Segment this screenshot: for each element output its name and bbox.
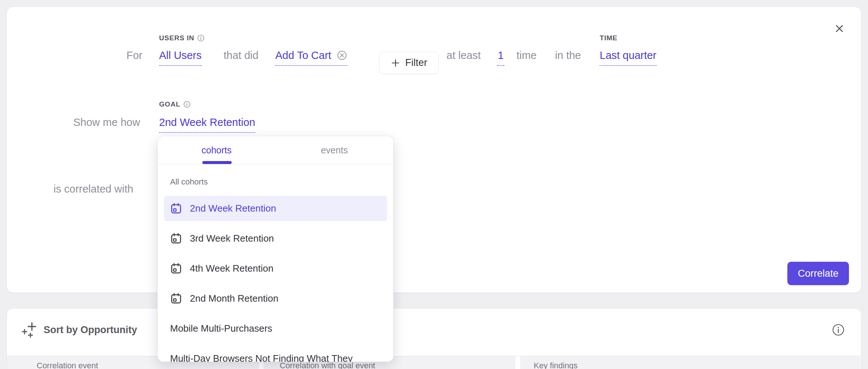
list-item-label: 4th Week Retention xyxy=(190,263,273,274)
calendar-icon xyxy=(170,232,182,245)
info-icon[interactable] xyxy=(183,101,191,108)
users-in-label-text: USERS IN xyxy=(159,34,194,42)
column-header-key-findings[interactable]: Key findings xyxy=(534,361,578,369)
list-item-2nd-month-retention[interactable]: 2nd Month Retention xyxy=(164,286,387,311)
sparkle-plus-icon xyxy=(21,321,38,338)
correlate-button[interactable]: Correlate xyxy=(787,262,849,285)
tab-cohorts[interactable]: cohorts xyxy=(158,136,276,164)
that-did-text: that did xyxy=(224,49,258,62)
list-item-3rd-week-retention[interactable]: 3rd Week Retention xyxy=(164,226,387,251)
list-item-multi-day-browsers[interactable]: Multi-Day Browsers Not Finding What They xyxy=(164,346,387,362)
users-in-label: USERS IN xyxy=(159,34,205,42)
sort-by-opportunity-label: Sort by Opportunity xyxy=(44,324,137,336)
popover-tabs: cohorts events xyxy=(158,136,393,164)
list-item-4th-week-retention[interactable]: 4th Week Retention xyxy=(164,256,387,281)
goal-selector[interactable]: 2nd Week Retention xyxy=(159,116,255,133)
add-filter-button[interactable]: Filter xyxy=(379,52,439,74)
goal-label: GOAL xyxy=(159,100,191,108)
list-item-label: 2nd Week Retention xyxy=(190,203,276,214)
list-item-label: Multi-Day Browsers Not Finding What They xyxy=(170,353,353,362)
time-label-text: TIME xyxy=(600,34,618,42)
show-me-how-text: Show me how xyxy=(73,116,140,129)
signal-correlation-page: For USERS IN All Users that did Add To C… xyxy=(0,0,868,369)
list-item-label: 3rd Week Retention xyxy=(190,233,274,244)
is-correlated-with-text: is correlated with xyxy=(54,182,133,195)
at-least-text: at least xyxy=(446,49,481,62)
count-selector[interactable]: 1 xyxy=(497,49,504,66)
calendar-icon xyxy=(170,262,182,275)
info-icon[interactable] xyxy=(197,34,205,42)
info-icon[interactable] xyxy=(831,323,845,337)
column-header-correlation-with-goal-event[interactable]: Correlation with goal event xyxy=(280,361,375,369)
time-range-selector[interactable]: Last quarter xyxy=(600,49,656,66)
calendar-icon xyxy=(170,202,182,215)
in-the-text: in the xyxy=(555,49,581,62)
cohort-selector-popover: cohorts events All cohorts 2nd Week Rete… xyxy=(158,136,393,362)
query-builder-card: For USERS IN All Users that did Add To C… xyxy=(7,7,861,293)
tab-events[interactable]: events xyxy=(276,136,394,164)
column-header-correlation-event[interactable]: Correlation event xyxy=(37,361,98,369)
cohort-section-label: All cohorts xyxy=(170,177,208,187)
remove-circle-icon[interactable] xyxy=(336,50,347,61)
time-label: TIME xyxy=(600,34,618,42)
list-item-label: 2nd Month Retention xyxy=(190,293,278,304)
list-item-label: Mobile Multi-Purchasers xyxy=(170,323,272,334)
for-text: For xyxy=(126,49,143,62)
users-cohort-selector[interactable]: All Users xyxy=(159,49,202,66)
add-filter-button-label: Filter xyxy=(405,57,427,68)
event-selector-value: Add To Cart xyxy=(275,49,331,62)
list-item-2nd-week-retention[interactable]: 2nd Week Retention xyxy=(164,196,387,221)
event-selector[interactable]: Add To Cart xyxy=(275,49,347,66)
goal-label-text: GOAL xyxy=(159,100,180,108)
sort-by-opportunity-button[interactable]: Sort by Opportunity xyxy=(21,321,137,338)
plus-icon xyxy=(391,58,400,68)
calendar-icon xyxy=(170,292,182,305)
close-icon[interactable] xyxy=(833,22,846,35)
list-item-mobile-multi-purchasers[interactable]: Mobile Multi-Purchasers xyxy=(164,316,387,341)
time-text: time xyxy=(516,49,537,62)
active-tab-indicator xyxy=(202,161,232,164)
